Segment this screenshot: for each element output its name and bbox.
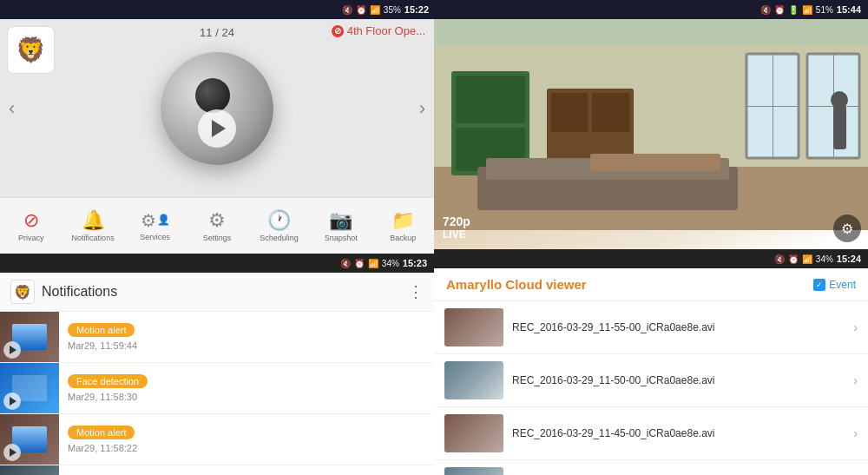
svg-rect-11	[746, 106, 799, 107]
settings-icon: ⚙	[208, 209, 226, 232]
event-check-icon: ✓	[813, 279, 825, 291]
notifications-title: Notifications	[42, 284, 408, 300]
rec-thumbnail-0	[444, 308, 503, 346]
nav-services-label: Services	[140, 233, 170, 241]
rec-arrow-0: ›	[853, 320, 858, 334]
play-icon	[212, 120, 226, 137]
notif-timestamp-3: Mar29, 11:58:22	[68, 443, 425, 453]
cloud-viewer-title: Amaryllo Cloud viewer	[446, 277, 587, 292]
nav-next-button[interactable]: ›	[411, 89, 434, 129]
right-time-top: 15:44	[837, 4, 861, 15]
alarm-icon: ⏰	[356, 5, 366, 15]
recording-item-1[interactable]: REC_2016-03-29_11-50-00_iCRa0ae8e.avi ›	[434, 354, 868, 407]
gear-icon: ⚙	[841, 221, 853, 237]
notification-item-1[interactable]: Motion alert Mar29, 11:59:44	[0, 312, 434, 363]
right-battery-pct-bottom: 34%	[816, 254, 833, 264]
notif-logo: 🦁	[10, 280, 35, 304]
svg-rect-14	[807, 106, 859, 107]
notif-lion-icon: 🦁	[14, 284, 31, 300]
live-status-label: LIVE	[443, 228, 470, 241]
nav-scheduling-label: Scheduling	[260, 234, 299, 242]
nav-snapshot[interactable]: 📷 Snapshot	[310, 198, 372, 254]
bell-icon: 🔔	[82, 209, 105, 232]
notif-play-icon-2	[3, 393, 21, 410]
camera-orb	[161, 52, 273, 165]
notifications-menu-button[interactable]: ⋮	[408, 282, 424, 301]
left-status-bar: 🔇 ⏰ 📶 35% 15:22	[0, 0, 434, 19]
camera-title: ⊘ 4th Floor Ope...	[332, 24, 425, 37]
cloud-viewer: Amaryllo Cloud viewer ✓ Event REC_2016-0…	[434, 268, 868, 475]
recording-item-2[interactable]: REC_2016-03-29_11-45-00_iCRa0ae8e.avi ›	[434, 407, 868, 460]
stop-icon: ⊘	[332, 25, 344, 37]
notif-content-4: Motion alert Mar29, 11:57:00	[59, 465, 434, 475]
battery-embedded: 34%	[382, 259, 399, 268]
right-mute-icon-b: 🔇	[774, 254, 785, 264]
svg-rect-17	[590, 154, 720, 171]
signal-embedded: 📶	[368, 259, 378, 268]
right-signal-icon-b: 📶	[802, 254, 812, 264]
svg-rect-8	[592, 93, 629, 132]
right-panel: 🔇 ⏰ 🔋 📶 51% 15:44	[434, 0, 868, 475]
nav-backup[interactable]: 📁 Backup	[372, 198, 434, 254]
notification-item-2[interactable]: Face detection Mar29, 11:58:30	[0, 363, 434, 414]
snapshot-icon: 📷	[329, 209, 352, 232]
scheduling-icon: 🕐	[267, 209, 291, 232]
nav-prev-button[interactable]: ‹	[0, 89, 23, 129]
rec-filename-2: REC_2016-03-29_11-45-00_iCRa0ae8e.avi	[512, 427, 845, 439]
left-panel: 🔇 ⏰ 📶 35% 15:22 🦁 11 / 24 ⊘ 4th Floor Op…	[0, 0, 434, 475]
recording-item-3[interactable]: REC_2016-03-29_11-40-00_iCRa0ae8e.avi ›	[434, 460, 868, 475]
right-alarm-icon: ⏰	[774, 5, 785, 15]
nav-privacy[interactable]: ⊘ Privacy	[0, 198, 62, 254]
play-button[interactable]	[198, 109, 236, 148]
nav-backup-label: Backup	[390, 234, 416, 242]
rec-thumb-img-2	[444, 414, 503, 452]
svg-rect-18	[833, 106, 846, 149]
live-camera-feed: 720p LIVE ⚙	[434, 19, 868, 249]
camera-view: 🦁 11 / 24 ⊘ 4th Floor Ope... ‹ ›	[0, 19, 434, 197]
notif-play-icon-1	[3, 341, 21, 359]
mute-icon: 🔇	[342, 5, 352, 15]
backup-icon: 📁	[391, 209, 415, 232]
nav-bar: ⊘ Privacy 🔔 Notifications ⚙👤 Services ⚙ …	[0, 197, 434, 254]
time-left: 15:22	[404, 4, 429, 15]
notif-thumbnail-2	[0, 363, 59, 413]
svg-point-19	[831, 91, 848, 109]
rec-thumbnail-1	[444, 361, 503, 399]
notification-item-3[interactable]: Motion alert Mar29, 11:58:22	[0, 414, 434, 465]
live-settings-button[interactable]: ⚙	[833, 214, 861, 242]
rec-thumbnail-2	[444, 414, 503, 452]
nav-notifications[interactable]: 🔔 Notifications	[62, 198, 123, 254]
rec-arrow-2: ›	[853, 426, 858, 440]
notification-item-4[interactable]: Motion alert Mar29, 11:57:00	[0, 465, 434, 475]
rec-thumb-img-0	[444, 308, 503, 346]
rec-thumb-img-1	[444, 361, 503, 399]
time-embedded: 15:23	[403, 258, 427, 268]
notifications-panel: 🦁 Notifications ⋮	[0, 273, 434, 475]
event-button[interactable]: ✓ Event	[813, 279, 856, 291]
nav-snapshot-label: Snapshot	[325, 234, 358, 242]
recording-item-0[interactable]: REC_2016-03-29_11-55-00_iCRa0ae8e.avi ›	[434, 301, 868, 354]
room-background	[434, 19, 868, 249]
svg-rect-7	[551, 93, 588, 132]
notif-thumb-img-4	[0, 465, 59, 475]
nav-settings[interactable]: ⚙ Settings	[186, 198, 247, 254]
live-badge: 720p LIVE	[443, 214, 470, 241]
rec-filename-1: REC_2016-03-29_11-50-00_iCRa0ae8e.avi	[512, 374, 845, 386]
svg-rect-4	[456, 76, 525, 123]
camera-title-text: 4th Floor Ope...	[347, 24, 425, 37]
camera-counter: 11 / 24	[200, 26, 234, 39]
logo-top: 🦁	[7, 26, 55, 74]
notif-thumbnail-1	[0, 312, 59, 362]
notifications-header: 🦁 Notifications ⋮	[0, 273, 434, 312]
privacy-icon: ⊘	[23, 209, 39, 232]
right-status-bar-bottom: 🔇 ⏰ 📶 34% 15:24	[434, 249, 868, 268]
lion-icon: 🦁	[16, 36, 46, 64]
right-time-bottom: 15:24	[837, 254, 861, 264]
signal-icon: 📶	[370, 5, 380, 15]
nav-scheduling[interactable]: 🕐 Scheduling	[248, 198, 310, 254]
notif-thumbnail-3	[0, 414, 59, 465]
rec-filename-0: REC_2016-03-29_11-55-00_iCRa0ae8e.avi	[512, 321, 845, 333]
rec-thumbnail-3	[444, 467, 503, 475]
nav-services[interactable]: ⚙👤 Services	[124, 198, 186, 254]
notif-content-3: Motion alert Mar29, 11:58:22	[59, 414, 434, 465]
